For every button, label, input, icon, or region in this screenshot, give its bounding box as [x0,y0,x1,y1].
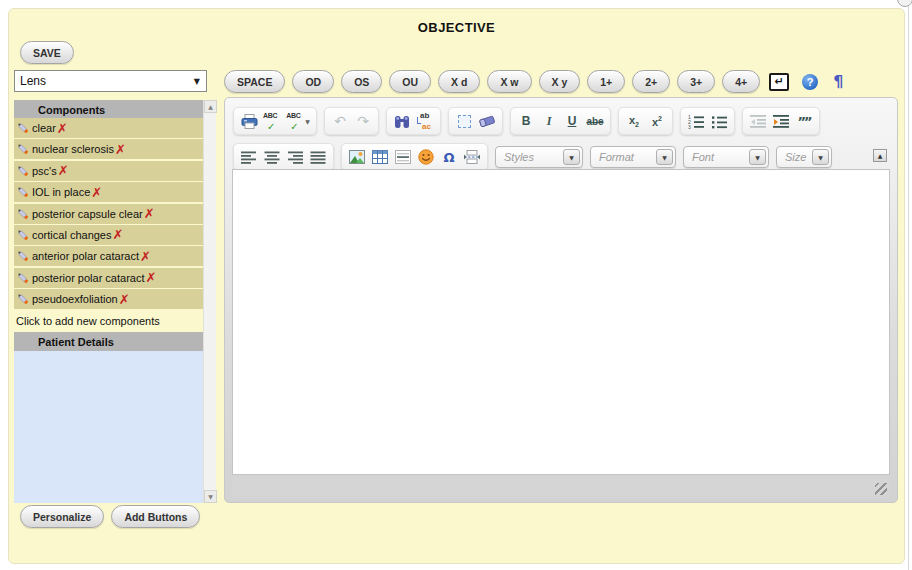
insert-table-button[interactable] [369,146,391,168]
edit-pencil-icon[interactable] [16,142,30,156]
delete-x-icon[interactable]: ✗ [146,271,157,284]
resize-grip-icon[interactable] [875,483,887,495]
quick-button-1plus[interactable]: 1+ [587,70,625,93]
quick-button-xw[interactable]: X w [487,70,531,93]
bulleted-list-button[interactable] [708,110,730,132]
toolbar-row-1: ABC ✓ ABC ✓ ▼ ↶ ↷ [233,107,820,135]
quick-button-os[interactable]: OS [341,70,382,93]
right-edge-divider [908,0,909,570]
component-row[interactable]: posterior capsule clear ✗ [14,204,203,224]
toolbar-collapse-button[interactable]: ▲ [873,149,887,162]
quick-button-4plus[interactable]: 4+ [722,70,760,93]
font-dropdown[interactable]: Font ▼ [683,146,769,168]
redo-button[interactable]: ↷ [352,110,374,132]
format-dropdown[interactable]: Format ▼ [590,146,676,168]
delete-x-icon[interactable]: ✗ [57,122,68,135]
scroll-up-button[interactable]: ▲ [204,100,217,113]
edit-pencil-icon[interactable] [16,164,30,178]
italic-button[interactable]: I [538,110,560,132]
delete-x-icon[interactable]: ✗ [113,228,124,241]
quick-button-3plus[interactable]: 3+ [677,70,715,93]
outdent-button[interactable] [747,110,769,132]
component-label: clear [32,122,56,134]
align-left-button[interactable] [238,146,260,168]
smiley-button[interactable] [415,146,437,168]
component-row[interactable]: anterior polar cataract ✗ [14,246,203,266]
edit-pencil-icon[interactable] [16,121,30,135]
edit-pencil-icon[interactable] [16,249,30,263]
numbered-list-button[interactable]: 123 [685,110,707,132]
edit-pencil-icon[interactable] [16,185,30,199]
save-button[interactable]: SAVE [20,41,74,64]
eraser-icon [479,114,495,128]
replace-button[interactable]: ab ac [414,110,436,132]
objective-page: OBJECTIVE SAVE Lens ▼ Components clear ✗… [0,0,912,570]
page-break-button[interactable] [461,146,483,168]
insert-image-button[interactable] [346,146,368,168]
remove-format-button[interactable] [476,110,498,132]
add-component-link[interactable]: Click to add new components [14,311,203,330]
chevron-down-icon: ▼ [656,149,673,165]
quick-button-od[interactable]: OD [292,70,334,93]
delete-x-icon[interactable]: ✗ [140,250,151,263]
undo-button[interactable]: ↶ [329,110,351,132]
quick-button-xy[interactable]: X y [539,70,581,93]
editor-content[interactable] [232,169,890,475]
enter-key-icon[interactable]: ↵ [769,73,789,91]
bold-button[interactable]: B [515,110,537,132]
quick-button-space[interactable]: SPACE [224,70,285,93]
scroll-down-button[interactable]: ▼ [204,490,217,503]
add-buttons-button[interactable]: Add Buttons [111,505,200,528]
toolbar-group-lists: 123 [680,107,735,135]
component-row[interactable]: cortical changes ✗ [14,225,203,245]
toolbar-group-basicstyles: B I U abe [510,107,611,135]
delete-x-icon[interactable]: ✗ [58,164,69,177]
quick-button-xd[interactable]: X d [438,70,480,93]
component-row[interactable]: posterior polar cataract ✗ [14,268,203,288]
delete-x-icon[interactable]: ✗ [91,186,102,199]
superscript-button[interactable]: x2 [646,110,668,132]
find-button[interactable] [391,110,413,132]
delete-x-icon[interactable]: ✗ [115,143,126,156]
edit-pencil-icon[interactable] [16,292,30,306]
justify-button[interactable] [307,146,329,168]
horizontal-rule-button[interactable] [392,146,414,168]
indent-button[interactable] [770,110,792,132]
component-row[interactable]: pseudoexfoliation ✗ [14,289,203,309]
help-icon[interactable]: ? [802,74,818,90]
spellcheck-icon: ABC ✓ [263,113,281,129]
align-center-icon [264,151,280,164]
strikethrough-button[interactable]: abe [584,110,606,132]
outdent-icon [750,114,766,128]
edit-pencil-icon[interactable] [16,207,30,221]
underline-button[interactable]: U [561,110,583,132]
blockquote-button[interactable]: ”” [793,110,815,132]
align-right-button[interactable] [284,146,306,168]
edit-pencil-icon[interactable] [16,271,30,285]
delete-x-icon[interactable]: ✗ [144,207,155,220]
pilcrow-icon[interactable]: ¶ [833,72,843,91]
personalize-button[interactable]: Personalize [20,505,104,528]
component-row[interactable]: psc's ✗ [14,161,203,181]
subscript-button[interactable]: x2 [623,110,645,132]
select-all-button[interactable] [453,110,475,132]
delete-x-icon[interactable]: ✗ [119,293,130,306]
edit-pencil-icon[interactable] [16,228,30,242]
component-row[interactable]: nuclear sclerosis ✗ [14,139,203,159]
select-all-icon [458,115,471,128]
special-character-button[interactable]: Ω [438,146,460,168]
component-row[interactable]: IOL in place ✗ [14,182,203,202]
spellcheck-options-button[interactable]: ABC ✓ ▼ [284,110,312,132]
components-scrollbar[interactable]: ▲ ▼ [203,100,216,503]
quick-button-ou[interactable]: OU [389,70,431,93]
quick-button-2plus[interactable]: 2+ [632,70,670,93]
spellcheck-button[interactable]: ABC ✓ [261,110,283,132]
size-dropdown[interactable]: Size ▼ [776,146,832,168]
align-center-button[interactable] [261,146,283,168]
category-select[interactable]: Lens ▼ [14,70,207,92]
chevron-down-icon: ▼ [812,149,829,165]
svg-text:3: 3 [688,124,691,129]
styles-dropdown[interactable]: Styles ▼ [495,146,583,168]
component-row[interactable]: clear ✗ [14,118,203,138]
print-button[interactable] [238,110,260,132]
